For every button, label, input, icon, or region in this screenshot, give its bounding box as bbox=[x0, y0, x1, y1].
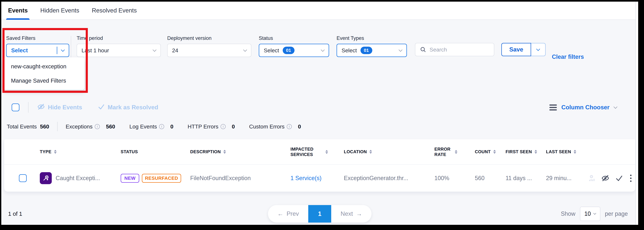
metric-label: HTTP Errors bbox=[188, 123, 218, 130]
dropdown-item-new-caught-exception[interactable]: new-caught-exception bbox=[4, 59, 84, 74]
status-group: Status Select 01 bbox=[259, 35, 329, 57]
divider bbox=[57, 122, 58, 131]
hide-events-label: Hide Events bbox=[48, 104, 82, 111]
column-label: DESCRIPTION bbox=[190, 149, 221, 154]
tab-events[interactable]: Events bbox=[8, 2, 28, 20]
sort-icon[interactable] bbox=[54, 150, 56, 154]
hide-events-button[interactable]: Hide Events bbox=[37, 103, 82, 112]
scrollbar-track[interactable] bbox=[636, 2, 638, 225]
kebab-menu-icon[interactable] bbox=[629, 174, 633, 182]
tab-hidden-events[interactable]: Hidden Events bbox=[40, 2, 79, 20]
bulk-actions-bar: Hide Events Mark as Resolved Column Choo… bbox=[1, 102, 638, 113]
save-dropdown-button[interactable] bbox=[531, 43, 546, 56]
hamburger-icon bbox=[550, 104, 557, 110]
time-period-value: Last 1 hour bbox=[82, 47, 109, 54]
column-header-impacted-services[interactable]: IMPACTED SERVICES bbox=[286, 147, 339, 157]
time-period-label: Time period bbox=[77, 35, 161, 41]
deployment-version-value: 24 bbox=[172, 47, 178, 54]
column-header-error-rate[interactable]: ERROR RATE bbox=[430, 147, 470, 157]
metric-label: Custom Errors bbox=[249, 123, 284, 130]
row-actions-cell bbox=[583, 174, 635, 182]
save-label: Save bbox=[509, 46, 523, 53]
filters-divider bbox=[71, 36, 71, 59]
status-badge-new: NEW bbox=[121, 174, 139, 183]
page-info: 1 of 1 bbox=[8, 210, 22, 217]
arrow-left-icon: ← bbox=[277, 210, 283, 217]
mark-resolved-button[interactable]: Mark as Resolved bbox=[98, 103, 158, 112]
row-type-cell: Caught Excepti... bbox=[35, 172, 116, 184]
column-chooser-label: Column Chooser bbox=[561, 104, 610, 111]
metric-value: 0 bbox=[170, 123, 173, 130]
saved-filters-dropdown: new-caught-exception Manage Saved Filter… bbox=[4, 57, 84, 90]
event-types-group: Event Types Select 01 bbox=[336, 35, 407, 57]
status-select[interactable]: Select 01 bbox=[259, 44, 329, 57]
tab-events-label: Events bbox=[8, 7, 28, 14]
page-size-group: Show 10 per page bbox=[561, 207, 628, 221]
sort-icon[interactable] bbox=[326, 150, 328, 154]
column-chooser-button[interactable]: Column Chooser bbox=[550, 104, 617, 111]
event-type-label: Caught Excepti... bbox=[56, 175, 100, 181]
hide-event-icon[interactable] bbox=[601, 174, 610, 182]
sort-icon[interactable] bbox=[370, 150, 372, 154]
metric-log-events: Log Events i 0 bbox=[130, 123, 173, 130]
table-row: Caught Excepti... NEW RESURFACED FileNot… bbox=[4, 164, 635, 192]
info-icon[interactable]: i bbox=[287, 124, 292, 129]
chevron-down-icon bbox=[614, 105, 617, 109]
tab-resolved-events[interactable]: Resolved Events bbox=[92, 2, 137, 20]
row-first-seen-cell: 11 days ... bbox=[501, 175, 541, 181]
current-page-button[interactable]: 1 bbox=[308, 205, 331, 222]
column-header-count[interactable]: COUNT bbox=[470, 149, 501, 154]
metric-label: Log Events bbox=[130, 123, 157, 130]
select-all-checkbox[interactable] bbox=[12, 104, 20, 111]
events-dashboard-page: Events Hidden Events Resolved Events Sav… bbox=[1, 2, 638, 225]
sort-icon[interactable] bbox=[534, 150, 537, 154]
metric-value: 560 bbox=[106, 123, 115, 130]
page-size-select[interactable]: 10 bbox=[580, 207, 600, 221]
sort-icon[interactable] bbox=[223, 150, 226, 154]
sort-icon[interactable] bbox=[455, 150, 457, 154]
column-label: ERROR RATE bbox=[434, 147, 452, 157]
column-header-first-seen[interactable]: FIRST SEEN bbox=[501, 149, 541, 154]
save-button[interactable]: Save bbox=[501, 43, 531, 56]
deployment-version-select[interactable]: 24 bbox=[167, 44, 251, 57]
tab-resolved-events-label: Resolved Events bbox=[92, 7, 137, 14]
summary-bar: Total Events 560 Exceptions i 560 Log Ev… bbox=[1, 122, 638, 131]
metric-http-errors: HTTP Errors i 0 bbox=[188, 123, 235, 130]
per-page-label: per page bbox=[605, 210, 628, 217]
chevron-down-icon bbox=[243, 48, 247, 52]
saved-filters-select[interactable]: Select bbox=[6, 44, 69, 57]
dropdown-item-manage-saved-filters[interactable]: Manage Saved Filters bbox=[4, 74, 84, 88]
resolve-event-icon[interactable] bbox=[615, 174, 623, 182]
info-icon[interactable]: i bbox=[95, 124, 100, 129]
arrow-right-icon: → bbox=[356, 210, 362, 217]
row-impacted-services-cell: 1 Service(s) bbox=[286, 175, 339, 181]
status-count-badge: 01 bbox=[283, 47, 294, 54]
search-input[interactable] bbox=[430, 47, 490, 53]
event-types-select[interactable]: Select 01 bbox=[336, 44, 407, 57]
impacted-services-link[interactable]: 1 Service(s) bbox=[290, 175, 322, 181]
prev-label: Prev bbox=[286, 210, 299, 217]
info-icon[interactable]: i bbox=[159, 124, 164, 129]
clear-filters-button[interactable]: Clear filters bbox=[552, 54, 584, 60]
metric-value: 0 bbox=[298, 123, 301, 130]
info-icon[interactable]: i bbox=[220, 124, 226, 129]
chart-plus-icon[interactable] bbox=[588, 174, 596, 182]
prev-page-button[interactable]: ← Prev bbox=[268, 210, 308, 217]
column-header-location[interactable]: LOCATION bbox=[339, 149, 430, 154]
column-label: TYPE bbox=[40, 149, 52, 154]
time-period-group: Time period Last 1 hour bbox=[77, 35, 161, 57]
column-header-last-seen[interactable]: LAST SEEN bbox=[541, 149, 583, 154]
deployment-version-group: Deployment version 24 bbox=[167, 35, 251, 57]
sort-icon[interactable] bbox=[574, 150, 576, 154]
row-checkbox[interactable] bbox=[19, 174, 27, 182]
next-page-button[interactable]: Next → bbox=[331, 210, 372, 217]
column-header-type[interactable]: TYPE bbox=[35, 149, 116, 154]
time-period-select[interactable]: Last 1 hour bbox=[77, 44, 161, 57]
caught-exception-icon bbox=[40, 172, 52, 184]
column-label: IMPACTED SERVICES bbox=[290, 147, 323, 157]
status-value: Select bbox=[264, 47, 279, 54]
sort-icon[interactable] bbox=[493, 150, 496, 154]
column-label: COUNT bbox=[475, 149, 491, 154]
status-badge-resurfaced: RESURFACED bbox=[142, 174, 181, 183]
column-header-description[interactable]: DESCRIPTION bbox=[185, 149, 286, 154]
